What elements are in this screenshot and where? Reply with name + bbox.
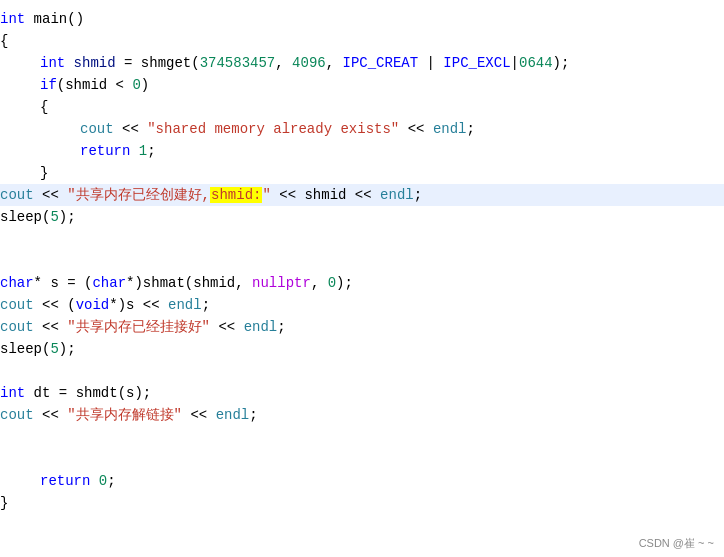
token: << xyxy=(34,187,68,203)
line-content: char* s = (char*)shmat(shmid, nullptr, 0… xyxy=(0,272,708,294)
token: cout xyxy=(0,187,34,203)
token: , xyxy=(275,55,292,71)
token: (shmid < xyxy=(57,77,133,93)
code-line: if(shmid < 0) xyxy=(0,74,724,96)
token: { xyxy=(0,33,8,49)
token: return xyxy=(40,473,90,489)
token: << xyxy=(210,319,244,335)
token: << ( xyxy=(34,297,76,313)
token: main() xyxy=(25,11,84,27)
token: shmget( xyxy=(132,55,199,71)
token: char xyxy=(0,275,34,291)
token: ) xyxy=(141,77,149,93)
token xyxy=(130,143,138,159)
token: ); xyxy=(59,209,76,225)
code-line: int dt = shmdt(s); xyxy=(0,382,724,404)
token: "共享内存解链接" xyxy=(67,407,182,423)
code-editor: int main(){int shmid = shmget(374583457,… xyxy=(0,0,724,557)
code-line: cout << (void*)s << endl; xyxy=(0,294,724,316)
token: endl xyxy=(244,319,278,335)
code-line: } xyxy=(0,162,724,184)
token: nullptr xyxy=(252,275,311,291)
token: cout xyxy=(80,121,114,137)
code-line: int shmid = shmget(374583457, 4096, IPC_… xyxy=(0,52,724,74)
token: { xyxy=(40,99,48,115)
code-line: sleep(5); xyxy=(0,338,724,360)
token: ); xyxy=(59,341,76,357)
token: *)s << xyxy=(109,297,168,313)
code-line xyxy=(0,448,724,470)
line-content: cout << "共享内存已经挂接好" << endl; xyxy=(0,316,708,338)
token: << xyxy=(399,121,433,137)
line-content: sleep(5); xyxy=(0,206,708,228)
code-line: return 1; xyxy=(0,140,724,162)
line-content: sleep(5); xyxy=(0,338,708,360)
code-line xyxy=(0,250,724,272)
token: ); xyxy=(553,55,570,71)
code-area: int main(){int shmid = shmget(374583457,… xyxy=(0,0,724,522)
token: 374583457 xyxy=(200,55,276,71)
token: 5 xyxy=(50,341,58,357)
token: ; xyxy=(414,187,422,203)
token: endl xyxy=(433,121,467,137)
token: char xyxy=(92,275,126,291)
token: ; xyxy=(147,143,155,159)
code-line: { xyxy=(0,30,724,52)
token: ); xyxy=(336,275,353,291)
code-line: cout << "共享内存已经挂接好" << endl; xyxy=(0,316,724,338)
token: "shared memory already exists" xyxy=(147,121,399,137)
token: 1 xyxy=(139,143,147,159)
line-content: cout << "共享内存已经创建好,shmid:" << shmid << e… xyxy=(0,184,708,206)
token: sleep( xyxy=(0,341,50,357)
line-content: int dt = shmdt(s); xyxy=(0,382,708,404)
token: , xyxy=(311,275,328,291)
token: 0 xyxy=(99,473,107,489)
token: ; xyxy=(466,121,474,137)
line-content: int shmid = shmget(374583457, 4096, IPC_… xyxy=(0,52,708,74)
line-content: cout << "shared memory already exists" <… xyxy=(0,118,708,140)
token: dt = shmdt(s); xyxy=(25,385,151,401)
token: 0 xyxy=(328,275,336,291)
token: int xyxy=(0,11,25,27)
token: , xyxy=(326,55,343,71)
code-line: sleep(5); xyxy=(0,206,724,228)
line-content: if(shmid < 0) xyxy=(0,74,708,96)
token: } xyxy=(0,495,8,511)
token: ; xyxy=(202,297,210,313)
token: if xyxy=(40,77,57,93)
token: * s = ( xyxy=(34,275,93,291)
token: ; xyxy=(249,407,257,423)
token: << xyxy=(182,407,216,423)
token: endl xyxy=(216,407,250,423)
token: sleep( xyxy=(0,209,50,225)
token: " xyxy=(262,187,270,203)
token: endl xyxy=(380,187,414,203)
code-line xyxy=(0,360,724,382)
token xyxy=(90,473,98,489)
token: "共享内存已经挂接好" xyxy=(67,319,210,335)
token: void xyxy=(76,297,110,313)
token: endl xyxy=(168,297,202,313)
token: "共享内存已经创建好, xyxy=(67,187,210,203)
token: } xyxy=(40,165,48,181)
line-content: { xyxy=(0,96,708,118)
watermark: CSDN @崔 ~ ~ xyxy=(639,536,714,551)
token: cout xyxy=(0,319,34,335)
code-line: return 0; xyxy=(0,470,724,492)
token: cout xyxy=(0,297,34,313)
token: ; xyxy=(277,319,285,335)
code-line xyxy=(0,426,724,448)
token: 0644 xyxy=(519,55,553,71)
code-line: int main() xyxy=(0,8,724,30)
code-line: cout << "shared memory already exists" <… xyxy=(0,118,724,140)
token: | xyxy=(511,55,519,71)
token: shmid: xyxy=(210,187,262,203)
token: cout xyxy=(0,407,34,423)
token: << xyxy=(34,319,68,335)
token: 4096 xyxy=(292,55,326,71)
line-content: cout << "共享内存解链接" << endl; xyxy=(0,404,708,426)
line-content: return 0; xyxy=(0,470,708,492)
line-content: int main() xyxy=(0,8,708,30)
token: int xyxy=(0,385,25,401)
token: return xyxy=(80,143,130,159)
